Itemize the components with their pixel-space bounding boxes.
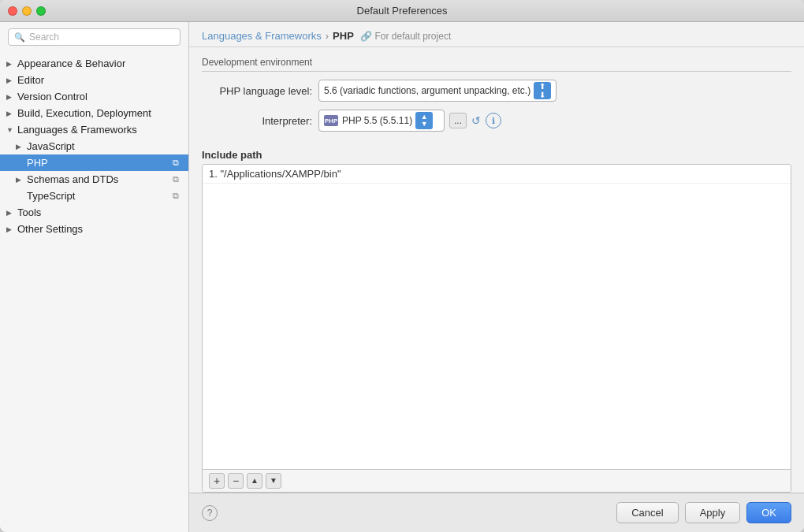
- main-content: 🔍 ▶ Appearance & Behavior ▶ Editor ▶ Ver…: [0, 22, 804, 532]
- sidebar-item-editor[interactable]: ▶ Editor: [0, 72, 188, 88]
- include-path-list: 1. "/Applications/XAMPP/bin": [203, 165, 791, 469]
- sidebar-item-tools[interactable]: ▶ Tools: [0, 204, 188, 221]
- include-toolbar: + − ▲ ▼: [203, 469, 791, 492]
- sidebar-item-label: Appearance & Behavior: [17, 58, 125, 69]
- arrow-icon: ▶: [6, 209, 17, 217]
- php-level-label: PHP language level:: [202, 85, 312, 97]
- include-path-section: Include path 1. "/Applications/XAMPP/bin…: [189, 149, 804, 493]
- php-logo-icon: PHP: [324, 115, 338, 126]
- sidebar-item-label: Build, Execution, Deployment: [17, 107, 151, 119]
- php-level-row: PHP language level: 5.6 (variadic functi…: [202, 80, 791, 102]
- sidebar-item-label: Languages & Frameworks: [17, 124, 137, 136]
- sidebar-item-version-control[interactable]: ▶ Version Control: [0, 88, 188, 105]
- close-button[interactable]: [8, 6, 17, 16]
- sidebar-item-build[interactable]: ▶ Build, Execution, Deployment: [0, 105, 188, 121]
- main-window: Default Preferences 🔍 ▶ Appearance & Beh…: [0, 0, 804, 532]
- sidebar-item-javascript[interactable]: ▶ JavaScript: [0, 138, 188, 154]
- breadcrumb-languages[interactable]: Languages & Frameworks: [202, 30, 322, 42]
- move-down-button[interactable]: ▼: [266, 473, 281, 489]
- arrow-icon: ▶: [6, 76, 17, 84]
- sidebar-item-label: JavaScript: [27, 140, 75, 152]
- copy-icon: ⧉: [173, 191, 179, 201]
- copy-icon: ⧉: [173, 174, 179, 184]
- dev-env-label: Development environment: [202, 57, 791, 72]
- include-path-label: Include path: [202, 149, 791, 161]
- interpreter-select[interactable]: PHP PHP 5.5 (5.5.11) ▲▼: [318, 110, 445, 132]
- php-level-value: 5.6 (variadic functions, argument unpack…: [324, 85, 530, 96]
- include-path-item[interactable]: 1. "/Applications/XAMPP/bin": [203, 165, 791, 184]
- interpreter-value: PHP 5.5 (5.5.11): [342, 115, 412, 126]
- arrow-icon: ▼: [6, 126, 17, 134]
- sidebar-item-label: Tools: [17, 206, 41, 218]
- sidebar-item-label: Version Control: [17, 91, 87, 102]
- sidebar-item-other[interactable]: ▶ Other Settings: [0, 221, 188, 237]
- move-up-button[interactable]: ▲: [247, 473, 262, 489]
- sidebar-item-label: Schemas and DTDs: [27, 173, 118, 185]
- bottom-bar: ? Cancel Apply OK: [189, 493, 804, 532]
- info-icon[interactable]: ℹ: [486, 113, 501, 128]
- breadcrumb-separator: ›: [326, 30, 329, 42]
- sidebar-item-typescript[interactable]: TypeScript ⧉: [0, 188, 188, 204]
- arrow-icon: ▶: [6, 60, 17, 68]
- sidebar-item-schemas[interactable]: ▶ Schemas and DTDs ⧉: [0, 171, 188, 188]
- sidebar-item-label: Editor: [17, 74, 44, 86]
- php-level-select[interactable]: 5.6 (variadic functions, argument unpack…: [318, 80, 556, 102]
- cancel-button[interactable]: Cancel: [616, 502, 678, 523]
- include-path-value: "/Applications/XAMPP/bin": [220, 168, 341, 180]
- copy-icon: ⧉: [173, 158, 179, 168]
- help-button[interactable]: ?: [202, 505, 218, 521]
- search-input[interactable]: [29, 32, 174, 43]
- ok-button[interactable]: OK: [746, 502, 791, 523]
- sidebar-item-php[interactable]: PHP ⧉: [0, 154, 188, 171]
- window-title: Default Preferences: [357, 5, 448, 17]
- sidebar-tree: ▶ Appearance & Behavior ▶ Editor ▶ Versi…: [0, 52, 188, 532]
- php-level-chevron[interactable]: ⬆⬇: [534, 82, 551, 99]
- title-bar: Default Preferences: [0, 0, 804, 22]
- interpreter-chevron[interactable]: ▲▼: [415, 112, 433, 129]
- breadcrumb: Languages & Frameworks › PHP 🔗 For defau…: [189, 22, 804, 47]
- apply-button[interactable]: Apply: [685, 502, 741, 523]
- refresh-icon[interactable]: ↺: [471, 114, 481, 127]
- sidebar-item-label: Other Settings: [17, 223, 83, 235]
- breadcrumb-php: PHP: [333, 30, 354, 42]
- arrow-icon: ▶: [6, 110, 17, 117]
- interpreter-label: Interpreter:: [202, 115, 312, 127]
- sidebar: 🔍 ▶ Appearance & Behavior ▶ Editor ▶ Ver…: [0, 22, 189, 532]
- breadcrumb-sub: 🔗 For default project: [358, 31, 451, 42]
- arrow-icon: ▶: [16, 176, 27, 184]
- sidebar-item-languages[interactable]: ▼ Languages & Frameworks: [0, 121, 188, 138]
- sidebar-item-appearance[interactable]: ▶ Appearance & Behavior: [0, 55, 188, 72]
- interpreter-row: Interpreter: PHP PHP 5.5 (5.5.11) ▲▼ ...…: [202, 110, 791, 132]
- minimize-button[interactable]: [22, 6, 32, 16]
- right-panel: Languages & Frameworks › PHP 🔗 For defau…: [189, 22, 804, 532]
- bottom-actions: Cancel Apply OK: [616, 502, 791, 523]
- add-path-button[interactable]: +: [209, 473, 225, 489]
- sidebar-item-label: TypeScript: [27, 190, 75, 202]
- sidebar-item-label: PHP: [27, 157, 48, 169]
- include-index: 1.: [209, 168, 220, 180]
- arrow-icon: ▶: [6, 225, 17, 233]
- remove-path-button[interactable]: −: [228, 473, 244, 489]
- arrow-icon: ▶: [6, 93, 17, 101]
- maximize-button[interactable]: [36, 6, 46, 16]
- search-box[interactable]: 🔍: [8, 28, 181, 46]
- form-area: Development environment PHP language lev…: [189, 47, 804, 149]
- arrow-icon: ▶: [16, 143, 27, 151]
- search-icon: 🔍: [14, 32, 25, 43]
- window-controls: [8, 6, 46, 16]
- interpreter-dots-button[interactable]: ...: [449, 113, 467, 128]
- interpreter-controls: PHP PHP 5.5 (5.5.11) ▲▼ ... ↺ ℹ: [318, 110, 501, 132]
